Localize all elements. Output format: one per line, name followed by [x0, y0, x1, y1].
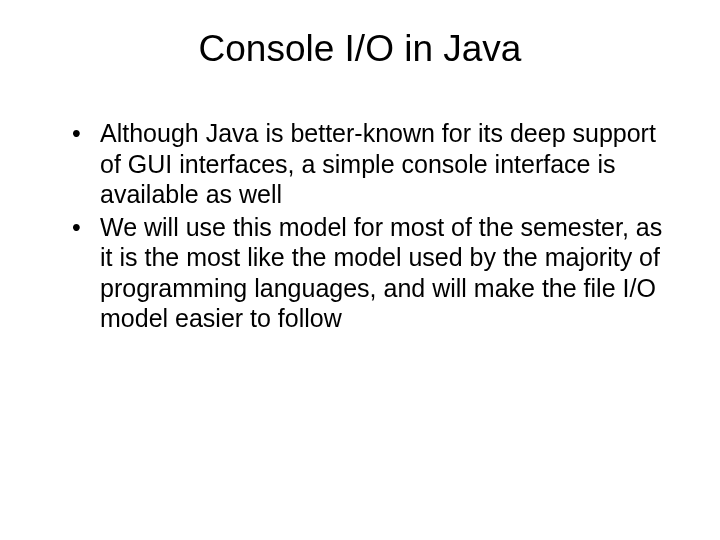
slide-container: Console I/O in Java Although Java is bet… [0, 0, 720, 540]
list-item: We will use this model for most of the s… [72, 212, 670, 334]
slide-content: Although Java is better-known for its de… [50, 118, 670, 334]
bullet-list: Although Java is better-known for its de… [72, 118, 670, 334]
list-item: Although Java is better-known for its de… [72, 118, 670, 210]
slide-title: Console I/O in Java [50, 28, 670, 70]
